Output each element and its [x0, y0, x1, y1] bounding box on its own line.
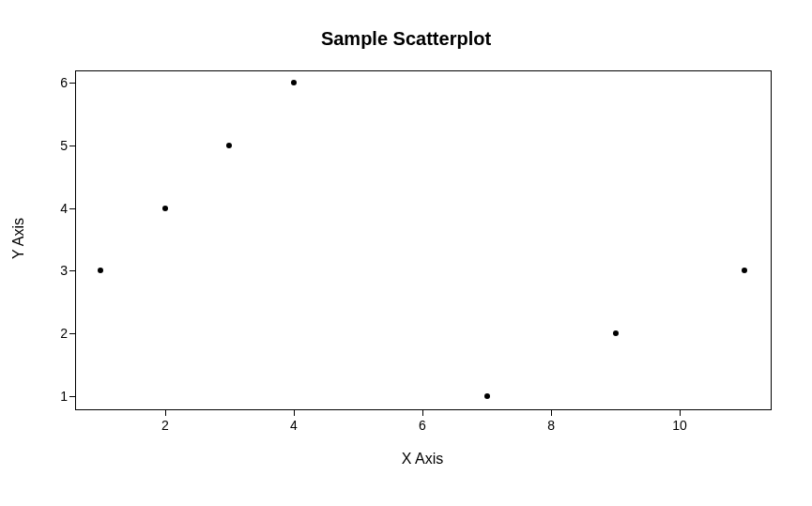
x-tick: 2: [146, 418, 184, 433]
x-tick: 6: [404, 418, 441, 433]
plot-area: [75, 70, 772, 410]
x-axis-label: X Axis: [329, 451, 516, 468]
data-point: [226, 143, 232, 148]
y-tick: 5: [39, 138, 68, 153]
y-tick: 2: [39, 326, 68, 341]
x-tick: 4: [275, 418, 313, 433]
y-axis-label: Y Axis: [10, 145, 27, 332]
y-tick: 3: [39, 263, 68, 278]
data-point: [742, 268, 747, 273]
chart-title: Sample Scatterplot: [0, 28, 812, 50]
data-point: [613, 330, 619, 336]
x-tick: 10: [661, 418, 698, 433]
data-point: [291, 80, 297, 85]
data-point: [98, 268, 103, 273]
data-point: [162, 206, 168, 211]
chart-container: Sample Scatterplot 123456 246810 Y Axis …: [0, 0, 812, 506]
y-tick: 6: [39, 75, 68, 90]
y-tick: 1: [39, 389, 68, 404]
x-tick: 8: [532, 418, 570, 433]
data-point: [484, 393, 490, 399]
y-tick: 4: [39, 201, 68, 216]
